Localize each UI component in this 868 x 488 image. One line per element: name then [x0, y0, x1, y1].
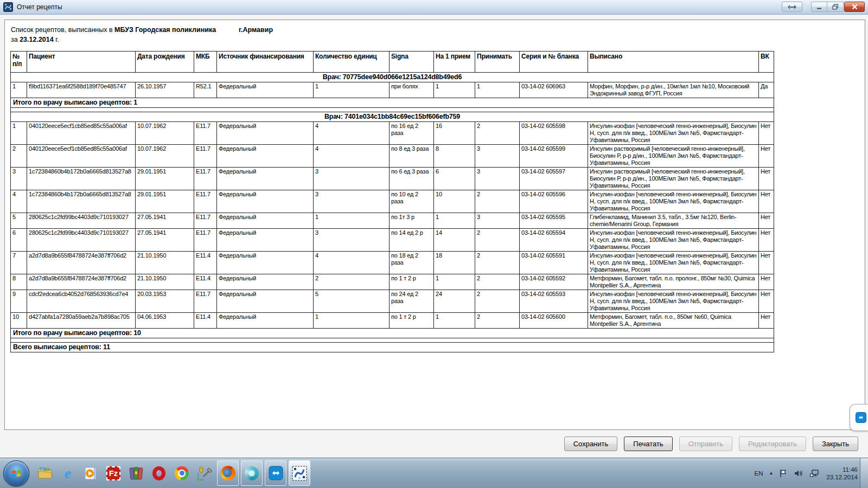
table-cell: E11.7: [194, 145, 217, 168]
teamviewer-taskbar-button[interactable]: [265, 460, 286, 486]
minimize-icon: [816, 4, 822, 10]
table-cell: 6: [11, 229, 27, 252]
table-cell: по 1т 3 р: [390, 213, 434, 229]
table-cell: 03-14-02 605595: [520, 213, 588, 229]
opera-icon[interactable]: [148, 460, 170, 486]
table-cell: 03-14-02 605600: [520, 313, 588, 329]
table-cell: 1: [314, 213, 390, 229]
start-button[interactable]: [3, 460, 29, 486]
table-cell: 4: [314, 252, 390, 274]
table-cell: 16: [434, 122, 475, 145]
table-cell: 1: [434, 313, 475, 329]
table-cell: 4: [11, 190, 27, 213]
table-row: 9cdcf2edcea6cb4052d768563936cd7e420.03.1…: [11, 290, 774, 313]
table-cell: Нет: [759, 229, 774, 252]
winrar-icon[interactable]: [125, 460, 147, 486]
column-header: № п/п: [11, 52, 27, 73]
table-cell: E11.7: [194, 213, 217, 229]
firefox-taskbar-button[interactable]: [217, 460, 239, 486]
table-cell: 1: [11, 122, 27, 145]
save-button[interactable]: Сохранить: [564, 436, 618, 451]
taskbar-clock[interactable]: 11:46 23.12.2014: [826, 466, 858, 481]
print-button[interactable]: Печатать: [624, 436, 672, 451]
chrome-icon[interactable]: [171, 460, 193, 486]
close-button[interactable]: [844, 2, 865, 12]
table-cell: Федеральный: [217, 313, 314, 329]
table-cell: 04.06.1953: [136, 313, 194, 329]
table-cell: по 14 ед 2 р: [390, 229, 434, 252]
table-cell: 1c72384860b4b172b0a6665d813527a8: [27, 168, 136, 190]
column-header: Количество единиц: [314, 52, 390, 73]
resize-button[interactable]: [782, 2, 802, 12]
table-cell: Метформин, Багомет, табл. п.о., 850мг №6…: [588, 313, 759, 329]
explorer-icon[interactable]: [34, 460, 56, 486]
hidden-icons-chevron[interactable]: ▲: [769, 471, 774, 476]
table-cell: 2: [475, 290, 520, 313]
table-cell: 21.10.1950: [136, 252, 194, 274]
table-cell: Федеральный: [217, 290, 314, 313]
intro-line2-suffix: г.: [54, 36, 59, 43]
column-header: Принимать: [475, 52, 520, 73]
table-cell: 2: [475, 274, 520, 290]
table-cell: Инсулин-изофан [человеческий генно-инжен…: [588, 122, 759, 145]
table-cell: 3: [314, 190, 390, 213]
close-report-button[interactable]: Закрыть: [813, 436, 858, 451]
table-cell: 280625c1c2fd99bc4403d9c710193027: [27, 229, 136, 252]
medical-app-taskbar-button[interactable]: [289, 460, 310, 486]
updater-taskbar-button[interactable]: [241, 460, 263, 486]
table-cell: 2: [475, 190, 520, 213]
table-cell: Федеральный: [217, 252, 314, 274]
table-cell: 10: [434, 190, 475, 213]
window-client-area: Список рецептов, выписанных в МБУЗ Город…: [0, 15, 868, 458]
table-row: 5280625c1c2fd99bc4403d9c71019302727.05.1…: [11, 213, 774, 229]
table-cell: 10.07.1962: [136, 122, 194, 145]
action-center-flag-icon[interactable]: [779, 469, 788, 478]
clock-date: 23.12.2014: [826, 473, 858, 481]
table-cell: 5: [314, 290, 390, 313]
volume-icon[interactable]: [794, 469, 803, 478]
table-cell: 1: [434, 274, 475, 290]
internet-explorer-icon[interactable]: e: [57, 460, 79, 486]
intro-prefix: Список рецептов, выписанных в: [11, 26, 114, 34]
network-icon[interactable]: [809, 469, 819, 478]
table-cell: 280625c1c2fd99bc4403d9c710193027: [27, 213, 136, 229]
filezilla-icon[interactable]: Fz: [103, 460, 124, 486]
table-cell: Федеральный: [217, 168, 314, 190]
minimize-button[interactable]: [811, 2, 827, 12]
table-cell: Нет: [759, 313, 774, 329]
devtools-icon[interactable]: [194, 460, 215, 486]
teamviewer-flap-icon: [856, 412, 866, 423]
media-player-icon[interactable]: [80, 460, 101, 486]
table-cell: 3: [11, 168, 27, 190]
table-cell: 3: [475, 145, 520, 168]
column-header: ВК: [759, 52, 774, 73]
table-cell: по 10 ед 2 раза: [390, 190, 434, 213]
table-cell: по 6 ед 3 раза: [390, 168, 434, 190]
table-cell: 3: [475, 213, 520, 229]
table-cell: 8: [434, 145, 475, 168]
table-cell: 5: [11, 213, 27, 229]
medical-app-icon: [292, 466, 307, 481]
group-total-row: Итого по врачу выписано рецептов: 1: [11, 98, 774, 108]
spacer-row: [11, 338, 774, 343]
table-cell: Глибенкламид, Манинил 3.5, табл., 3.5мг …: [588, 213, 759, 229]
table-cell: по 16 ед 2 раза: [390, 122, 434, 145]
system-tray: EN ▲ 11:46 23.12.2014: [755, 466, 860, 481]
organization-name: МБУЗ Городская поликлиника: [114, 26, 216, 34]
group-total-row-cell: Итого по врачу выписано рецептов: 1: [11, 98, 774, 108]
table-row: 2040120eece5ecf1cb85ed85c55a006af10.07.1…: [11, 145, 774, 168]
show-desktop-button[interactable]: [860, 458, 868, 488]
column-header: На 1 прием: [434, 52, 475, 73]
maximize-button[interactable]: [827, 2, 844, 12]
windows-flag-icon: [10, 467, 23, 480]
table-cell: 27.05.1941: [136, 229, 194, 252]
table-cell: 4: [314, 145, 390, 168]
doctor-group-header: Врач: 70775dee940d066e1215a124d8b49ed6: [11, 73, 774, 82]
table-row: 31c72384860b4b172b0a6665d813527a829.01.1…: [11, 168, 774, 190]
table-cell: E11.7: [194, 229, 217, 252]
teamviewer-side-panel-tab[interactable]: [850, 404, 868, 431]
table-cell: E11.4: [194, 252, 217, 274]
language-indicator[interactable]: EN: [755, 470, 763, 477]
table-cell: 03-14-02 605596: [520, 190, 588, 213]
table-cell: d427abfa1a7280a59aeb2a7b898ac705: [27, 313, 136, 329]
